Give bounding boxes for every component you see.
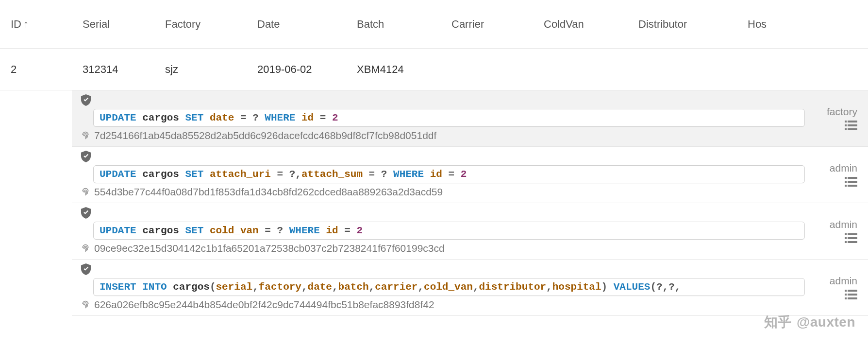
cell-factory: sjz — [160, 63, 252, 76]
column-header-distributor[interactable]: Distributor — [634, 18, 743, 31]
svg-rect-10 — [845, 185, 847, 187]
list-icon[interactable] — [845, 233, 857, 243]
log-left: UPDATE cargos SET date = ? WHERE id = 2 … — [72, 94, 810, 141]
sql-statement: INSERT INTO cargos(serial,factory,date,b… — [93, 278, 805, 296]
log-role: admin — [830, 219, 857, 230]
log-hash: 554d3be77c44f0a08d7bd1f853dfa1d34cb8fd26… — [94, 186, 443, 198]
shield-check-icon — [81, 94, 91, 106]
log-hash-row: 554d3be77c44f0a08d7bd1f853dfa1d34cb8fd26… — [81, 186, 805, 198]
log-hash-row: 7d254166f1ab45da85528d2ab5dd6c926dacefcd… — [81, 130, 805, 141]
svg-rect-22 — [845, 297, 847, 299]
column-header-batch[interactable]: Batch — [352, 18, 447, 31]
column-header-id-label: ID — [11, 18, 21, 30]
log-verified-row — [81, 263, 805, 275]
log-left: UPDATE cargos SET cold_van = ? WHERE id … — [72, 207, 810, 254]
svg-rect-21 — [848, 294, 857, 296]
log-hash-row: 09ce9ec32e15d304142c1b1fa65201a72538cb03… — [81, 243, 805, 254]
log-hash: 7d254166f1ab45da85528d2ab5dd6c926dacefcd… — [94, 130, 436, 141]
log-left: UPDATE cargos SET attach_uri = ?,attach_… — [72, 151, 810, 198]
svg-rect-0 — [845, 121, 847, 122]
svg-rect-11 — [848, 185, 857, 187]
column-header-coldvan[interactable]: ColdVan — [539, 18, 634, 31]
svg-rect-17 — [848, 241, 857, 243]
fingerprint-icon — [81, 244, 90, 253]
cargo-table: ID↑ Serial Factory Date Batch Carrier Co… — [0, 0, 868, 316]
table-header-row: ID↑ Serial Factory Date Batch Carrier Co… — [0, 0, 868, 49]
log-role: factory — [827, 106, 857, 118]
log-verified-row — [81, 207, 805, 219]
svg-rect-23 — [848, 297, 857, 299]
svg-rect-12 — [845, 233, 847, 235]
log-hash: 09ce9ec32e15d304142c1b1fa65201a72538cb03… — [94, 243, 445, 254]
list-icon[interactable] — [845, 290, 857, 299]
fingerprint-icon — [81, 300, 90, 310]
list-icon[interactable] — [845, 177, 857, 187]
svg-rect-4 — [845, 128, 847, 130]
log-right: admin — [810, 151, 868, 198]
cell-batch: XBM4124 — [352, 63, 447, 76]
cell-id: 2 — [0, 63, 78, 76]
log-hash: 626a026efb8c95e244b4b854de0bf2f42c9dc744… — [94, 299, 434, 311]
shield-check-icon — [81, 207, 91, 219]
svg-rect-9 — [848, 181, 857, 183]
sql-log-entry[interactable]: UPDATE cargos SET cold_van = ? WHERE id … — [72, 203, 868, 260]
log-role: admin — [830, 275, 857, 287]
shield-check-icon — [81, 151, 91, 162]
log-verified-row — [81, 151, 805, 162]
shield-check-icon — [81, 263, 91, 275]
log-right: admin — [810, 207, 868, 254]
sql-log-entry[interactable]: UPDATE cargos SET attach_uri = ?,attach_… — [72, 147, 868, 203]
svg-rect-1 — [848, 121, 857, 122]
sql-log-area: UPDATE cargos SET date = ? WHERE id = 2 … — [0, 90, 868, 316]
table-row[interactable]: 2 312314 sjz 2019-06-02 XBM4124 — [0, 49, 868, 90]
column-header-carrier[interactable]: Carrier — [447, 18, 539, 31]
log-right: factory — [810, 94, 868, 141]
svg-rect-8 — [845, 181, 847, 183]
svg-rect-6 — [845, 177, 847, 179]
log-left: INSERT INTO cargos(serial,factory,date,b… — [72, 263, 810, 311]
sql-log-entry[interactable]: INSERT INTO cargos(serial,factory,date,b… — [72, 260, 868, 316]
column-header-date[interactable]: Date — [252, 18, 352, 31]
sql-statement: UPDATE cargos SET date = ? WHERE id = 2 — [93, 109, 805, 127]
column-header-factory[interactable]: Factory — [160, 18, 252, 31]
svg-rect-2 — [845, 124, 847, 126]
sort-asc-icon: ↑ — [23, 18, 29, 31]
svg-rect-18 — [845, 290, 847, 292]
svg-rect-19 — [848, 290, 857, 292]
sql-statement: UPDATE cargos SET attach_uri = ?,attach_… — [93, 165, 805, 183]
column-header-hospital[interactable]: Hos — [743, 18, 868, 31]
svg-rect-5 — [848, 128, 857, 130]
svg-rect-14 — [845, 237, 847, 239]
column-header-serial[interactable]: Serial — [78, 18, 160, 31]
svg-rect-3 — [848, 124, 857, 126]
svg-rect-13 — [848, 233, 857, 235]
log-hash-row: 626a026efb8c95e244b4b854de0bf2f42c9dc744… — [81, 299, 805, 311]
svg-rect-15 — [848, 237, 857, 239]
column-header-id[interactable]: ID↑ — [0, 18, 78, 31]
sql-statement: UPDATE cargos SET cold_van = ? WHERE id … — [93, 222, 805, 240]
svg-rect-7 — [848, 177, 857, 179]
cell-serial: 312314 — [78, 63, 160, 76]
cell-date: 2019-06-02 — [252, 63, 352, 76]
svg-rect-16 — [845, 241, 847, 243]
svg-rect-20 — [845, 294, 847, 296]
log-verified-row — [81, 94, 805, 106]
log-right: admin — [810, 263, 868, 311]
log-role: admin — [830, 162, 857, 174]
fingerprint-icon — [81, 187, 90, 197]
list-icon[interactable] — [845, 121, 857, 130]
sql-log-entry[interactable]: UPDATE cargos SET date = ? WHERE id = 2 … — [72, 90, 868, 147]
fingerprint-icon — [81, 131, 90, 140]
